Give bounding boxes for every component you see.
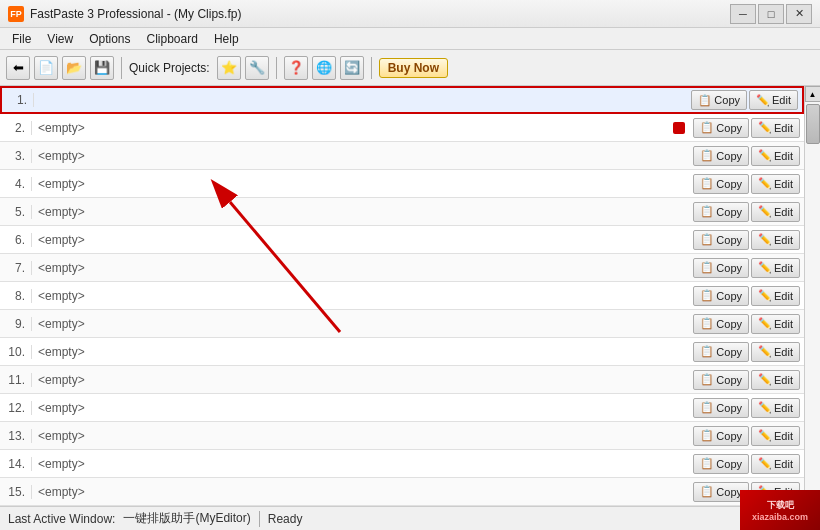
menu-help[interactable]: Help (206, 30, 247, 48)
edit-button-9[interactable]: ✏️Edit (751, 314, 800, 334)
menu-file[interactable]: File (4, 30, 39, 48)
edit-button-3[interactable]: ✏️Edit (751, 146, 800, 166)
edit-icon: ✏️ (758, 373, 772, 386)
menu-clipboard[interactable]: Clipboard (139, 30, 206, 48)
row-content-1[interactable] (34, 93, 687, 107)
copy-button-3[interactable]: 📋Copy (693, 146, 749, 166)
clip-row-3[interactable]: 3.<empty>📋Copy✏️Edit (0, 142, 804, 170)
edit-button-1[interactable]: ✏️Edit (749, 90, 798, 110)
buy-now-button[interactable]: Buy Now (379, 58, 448, 78)
row-number-1: 1. (2, 93, 34, 107)
new-button[interactable]: 📄 (34, 56, 58, 80)
copy-button-8[interactable]: 📋Copy (693, 286, 749, 306)
edit-icon: ✏️ (758, 429, 772, 442)
edit-button-13[interactable]: ✏️Edit (751, 426, 800, 446)
edit-button-7[interactable]: ✏️Edit (751, 258, 800, 278)
star-button[interactable]: ⭐ (217, 56, 241, 80)
copy-button-10[interactable]: 📋Copy (693, 342, 749, 362)
close-button[interactable]: ✕ (786, 4, 812, 24)
copy-icon: 📋 (700, 345, 714, 358)
clip-input-1[interactable] (40, 93, 681, 107)
last-active-value: 一键排版助手(MyEditor) (123, 510, 250, 527)
copy-button-14[interactable]: 📋Copy (693, 454, 749, 474)
copy-icon: 📋 (700, 233, 714, 246)
edit-button-14[interactable]: ✏️Edit (751, 454, 800, 474)
copy-button-6[interactable]: 📋Copy (693, 230, 749, 250)
row-number-5: 5. (0, 205, 32, 219)
edit-icon: ✏️ (758, 261, 772, 274)
row-content-7: <empty> (32, 261, 689, 275)
copy-icon: 📋 (700, 485, 714, 498)
edit-button-8[interactable]: ✏️Edit (751, 286, 800, 306)
copy-icon: 📋 (700, 177, 714, 190)
copy-button-1[interactable]: 📋Copy (691, 90, 747, 110)
row-content-13: <empty> (32, 429, 689, 443)
edit-button-10[interactable]: ✏️Edit (751, 342, 800, 362)
row-number-13: 13. (0, 429, 32, 443)
row-actions-12: 📋Copy✏️Edit (689, 398, 804, 418)
red-indicator (673, 122, 685, 134)
web-button[interactable]: 🌐 (312, 56, 336, 80)
wrench-button[interactable]: 🔧 (245, 56, 269, 80)
back-button[interactable]: ⬅ (6, 56, 30, 80)
scrollbar[interactable]: ▲ ▼ (804, 86, 820, 506)
copy-button-9[interactable]: 📋Copy (693, 314, 749, 334)
copy-button-12[interactable]: 📋Copy (693, 398, 749, 418)
copy-button-13[interactable]: 📋Copy (693, 426, 749, 446)
row-number-10: 10. (0, 345, 32, 359)
copy-button-2[interactable]: 📋Copy (693, 118, 749, 138)
clip-row-15[interactable]: 15.<empty>📋Copy✏️Edit (0, 478, 804, 506)
row-number-2: 2. (0, 121, 32, 135)
edit-button-11[interactable]: ✏️Edit (751, 370, 800, 390)
clip-row-8[interactable]: 8.<empty>📋Copy✏️Edit (0, 282, 804, 310)
edit-button-2[interactable]: ✏️Edit (751, 118, 800, 138)
clip-row-14[interactable]: 14.<empty>📋Copy✏️Edit (0, 450, 804, 478)
copy-icon: 📋 (700, 289, 714, 302)
clip-row-13[interactable]: 13.<empty>📋Copy✏️Edit (0, 422, 804, 450)
clip-row-6[interactable]: 6.<empty>📋Copy✏️Edit (0, 226, 804, 254)
clip-row-10[interactable]: 10.<empty>📋Copy✏️Edit (0, 338, 804, 366)
row-actions-6: 📋Copy✏️Edit (689, 230, 804, 250)
row-content-10: <empty> (32, 345, 689, 359)
copy-button-4[interactable]: 📋Copy (693, 174, 749, 194)
edit-button-4[interactable]: ✏️Edit (751, 174, 800, 194)
clip-row-11[interactable]: 11.<empty>📋Copy✏️Edit (0, 366, 804, 394)
help-button[interactable]: ❓ (284, 56, 308, 80)
copy-icon: 📋 (700, 429, 714, 442)
menu-view[interactable]: View (39, 30, 81, 48)
maximize-button[interactable]: □ (758, 4, 784, 24)
edit-icon: ✏️ (758, 121, 772, 134)
status-separator (259, 511, 260, 527)
copy-icon: 📋 (700, 261, 714, 274)
row-actions-14: 📋Copy✏️Edit (689, 454, 804, 474)
clip-row-7[interactable]: 7.<empty>📋Copy✏️Edit (0, 254, 804, 282)
open-button[interactable]: 📂 (62, 56, 86, 80)
clip-row-9[interactable]: 9.<empty>📋Copy✏️Edit (0, 310, 804, 338)
row-number-15: 15. (0, 485, 32, 499)
scroll-thumb[interactable] (806, 104, 820, 144)
save-button[interactable]: 💾 (90, 56, 114, 80)
row-actions-11: 📋Copy✏️Edit (689, 370, 804, 390)
minimize-button[interactable]: ─ (730, 4, 756, 24)
clip-row-2[interactable]: 2.<empty>📋Copy✏️Edit (0, 114, 804, 142)
clips-area: 1.📋Copy✏️Edit2.<empty>📋Copy✏️Edit3.<empt… (0, 86, 804, 506)
row-number-7: 7. (0, 261, 32, 275)
edit-button-12[interactable]: ✏️Edit (751, 398, 800, 418)
copy-button-7[interactable]: 📋Copy (693, 258, 749, 278)
update-button[interactable]: 🔄 (340, 56, 364, 80)
clip-row-12[interactable]: 12.<empty>📋Copy✏️Edit (0, 394, 804, 422)
row-actions-5: 📋Copy✏️Edit (689, 202, 804, 222)
scroll-up-button[interactable]: ▲ (805, 86, 821, 102)
copy-button-5[interactable]: 📋Copy (693, 202, 749, 222)
menu-options[interactable]: Options (81, 30, 138, 48)
edit-button-6[interactable]: ✏️Edit (751, 230, 800, 250)
clip-row-1[interactable]: 1.📋Copy✏️Edit (0, 86, 804, 114)
scroll-track (805, 102, 821, 490)
toolbar-separator-2 (276, 57, 277, 79)
clip-row-5[interactable]: 5.<empty>📋Copy✏️Edit (0, 198, 804, 226)
window-title: FastPaste 3 Professional - (My Clips.fp) (30, 7, 241, 21)
clip-row-4[interactable]: 4.<empty>📋Copy✏️Edit (0, 170, 804, 198)
title-bar-controls: ─ □ ✕ (730, 4, 812, 24)
edit-button-5[interactable]: ✏️Edit (751, 202, 800, 222)
copy-button-11[interactable]: 📋Copy (693, 370, 749, 390)
